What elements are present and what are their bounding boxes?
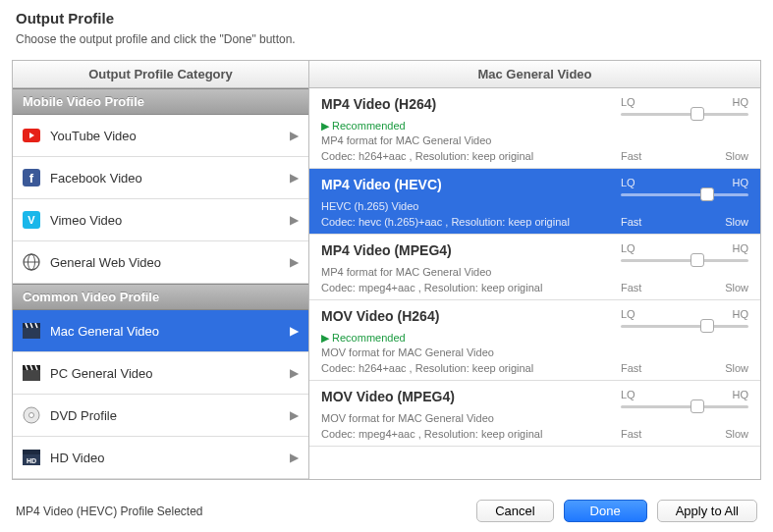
profile-item[interactable]: MP4 Video (H264) LQHQ ▶ Recommended MP4 … xyxy=(309,88,760,169)
category-label: PC General Video xyxy=(50,366,290,381)
quality-slider[interactable]: LQHQ xyxy=(621,96,748,118)
speed-labels: FastSlow xyxy=(621,362,748,374)
svg-text:f: f xyxy=(29,171,34,186)
profile-desc: MOV format for MAC General Video xyxy=(321,346,748,358)
category-label: Vimeo Video xyxy=(50,213,290,228)
chevron-right-icon: ▶ xyxy=(290,255,299,269)
category-header: Output Profile Category xyxy=(13,61,308,88)
svg-marker-21 xyxy=(23,450,40,454)
profile-desc: HEVC (h.265) Video xyxy=(321,200,748,212)
done-button[interactable]: Done xyxy=(564,500,647,522)
svg-text:HD: HD xyxy=(27,457,36,464)
speed-labels: FastSlow xyxy=(621,150,748,162)
category-label: DVD Profile xyxy=(50,408,290,423)
svg-point-19 xyxy=(29,413,34,418)
chevron-right-icon: ▶ xyxy=(290,324,299,338)
profile-item[interactable]: MP4 Video (MPEG4) LQHQ MP4 format for MA… xyxy=(309,235,760,300)
lq-label: LQ xyxy=(621,177,635,188)
vimeo-icon: V xyxy=(23,211,40,229)
recommended-badge: ▶ Recommended xyxy=(321,332,748,345)
lq-label: LQ xyxy=(621,389,635,400)
category-hd[interactable]: HD HD Video ▶ xyxy=(13,437,308,479)
quality-slider[interactable]: LQHQ xyxy=(621,242,748,264)
svg-rect-8 xyxy=(23,328,40,339)
profile-item[interactable]: MOV Video (H264) LQHQ ▶ Recommended MOV … xyxy=(309,300,760,381)
svg-text:V: V xyxy=(28,214,35,226)
profile-codec: Codec: h264+aac , Resolution: keep origi… xyxy=(321,362,621,374)
chevron-right-icon: ▶ xyxy=(290,171,299,185)
profile-codec: Codec: hevc (h.265)+aac , Resolution: ke… xyxy=(321,216,621,228)
page-subtitle: Choose the output profile and click the … xyxy=(16,32,757,46)
category-label: Mac General Video xyxy=(50,324,290,339)
category-mac-general[interactable]: Mac General Video ▶ xyxy=(13,310,308,352)
quality-slider[interactable]: LQHQ xyxy=(621,177,748,198)
hq-label: HQ xyxy=(733,242,749,254)
profile-list: MP4 Video (H264) LQHQ ▶ Recommended MP4 … xyxy=(309,88,760,479)
recommended-badge: ▶ Recommended xyxy=(321,120,748,133)
hq-label: HQ xyxy=(733,177,749,188)
lq-label: LQ xyxy=(621,96,635,108)
profile-item[interactable]: MOV Video (MPEG4) LQHQ MOV format for MA… xyxy=(309,381,760,447)
category-label: Facebook Video xyxy=(50,171,290,186)
profile-header: Mac General Video xyxy=(309,61,760,88)
hq-label: HQ xyxy=(733,389,749,400)
globe-icon xyxy=(23,253,40,271)
speed-labels: FastSlow xyxy=(621,216,748,228)
page-title: Output Profile xyxy=(16,10,757,27)
category-label: YouTube Video xyxy=(50,129,290,143)
category-panel: Output Profile Category Mobile Video Pro… xyxy=(13,61,309,479)
chevron-right-icon: ▶ xyxy=(290,451,299,464)
category-general-web[interactable]: General Web Video ▶ xyxy=(13,241,308,284)
speed-labels: FastSlow xyxy=(621,428,748,440)
status-text: MP4 Video (HEVC) Profile Selected xyxy=(16,505,467,518)
quality-slider[interactable]: LQHQ xyxy=(621,308,748,330)
hq-label: HQ xyxy=(733,308,749,320)
header: Output Profile Choose the output profile… xyxy=(0,0,773,52)
profile-desc: MP4 format for MAC General Video xyxy=(321,134,748,146)
category-label: HD Video xyxy=(50,451,290,465)
main-panel: Output Profile Category Mobile Video Pro… xyxy=(12,60,761,480)
disc-icon xyxy=(23,406,40,424)
lq-label: LQ xyxy=(621,308,635,320)
category-pc-general[interactable]: PC General Video ▶ xyxy=(13,352,308,395)
profile-item[interactable]: MP4 Video (HEVC) LQHQ HEVC (h.265) Video… xyxy=(309,169,760,235)
youtube-icon xyxy=(23,127,40,144)
chevron-right-icon: ▶ xyxy=(290,129,299,142)
facebook-icon: f xyxy=(23,169,40,186)
hd-clapper-icon: HD xyxy=(23,449,40,466)
profile-panel: Mac General Video MP4 Video (H264) LQHQ … xyxy=(309,61,760,479)
category-label: General Web Video xyxy=(50,255,290,270)
section-common: Common Video Profile xyxy=(13,284,308,310)
profile-desc: MOV format for MAC General Video xyxy=(321,412,748,424)
category-youtube[interactable]: YouTube Video ▶ xyxy=(13,115,308,157)
chevron-right-icon: ▶ xyxy=(290,408,299,422)
profile-desc: MP4 format for MAC General Video xyxy=(321,266,748,278)
cancel-button[interactable]: Cancel xyxy=(476,500,553,522)
category-dvd[interactable]: DVD Profile ▶ xyxy=(13,395,308,437)
category-vimeo[interactable]: V Vimeo Video ▶ xyxy=(13,199,308,241)
profile-title: MOV Video (MPEG4) xyxy=(321,389,621,404)
svg-rect-13 xyxy=(23,370,40,381)
category-facebook[interactable]: f Facebook Video ▶ xyxy=(13,157,308,199)
hq-label: HQ xyxy=(733,96,749,108)
chevron-right-icon: ▶ xyxy=(290,213,299,227)
chevron-right-icon: ▶ xyxy=(290,366,299,380)
profile-title: MP4 Video (MPEG4) xyxy=(321,242,621,258)
profile-codec: Codec: mpeg4+aac , Resolution: keep orig… xyxy=(321,428,621,440)
lq-label: LQ xyxy=(621,242,635,254)
profile-title: MP4 Video (HEVC) xyxy=(321,177,621,192)
profile-title: MP4 Video (H264) xyxy=(321,96,621,112)
quality-slider[interactable]: LQHQ xyxy=(621,389,748,410)
footer: MP4 Video (HEVC) Profile Selected Cancel… xyxy=(0,490,773,532)
clapper-icon xyxy=(23,322,40,340)
profile-codec: Codec: mpeg4+aac , Resolution: keep orig… xyxy=(321,282,621,293)
section-mobile: Mobile Video Profile xyxy=(13,88,308,115)
speed-labels: FastSlow xyxy=(621,282,748,293)
clapper-icon xyxy=(23,364,40,382)
profile-title: MOV Video (H264) xyxy=(321,308,621,324)
profile-codec: Codec: h264+aac , Resolution: keep origi… xyxy=(321,150,621,162)
apply-all-button[interactable]: Apply to All xyxy=(657,500,757,522)
